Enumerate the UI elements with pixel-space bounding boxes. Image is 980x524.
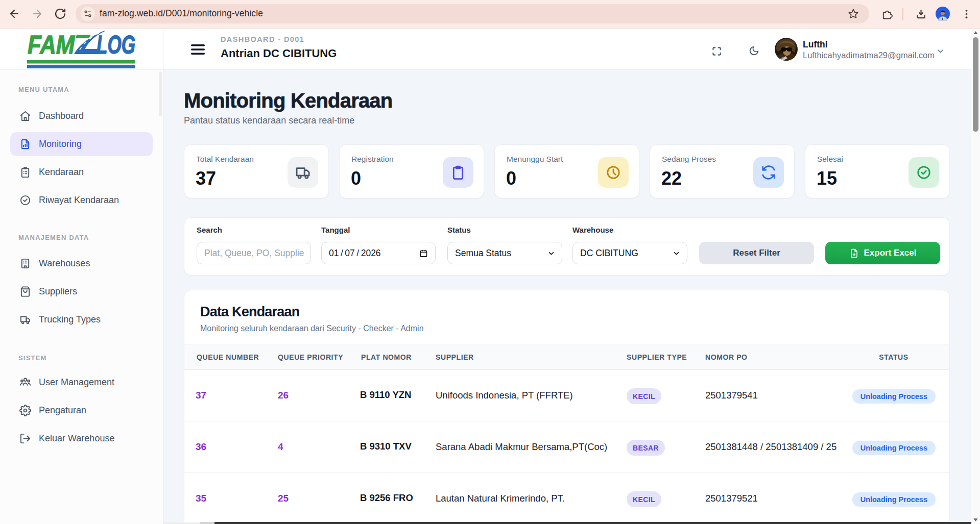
svg-text:FAM: FAM bbox=[28, 31, 75, 59]
svg-text:LOG: LOG bbox=[97, 31, 135, 59]
